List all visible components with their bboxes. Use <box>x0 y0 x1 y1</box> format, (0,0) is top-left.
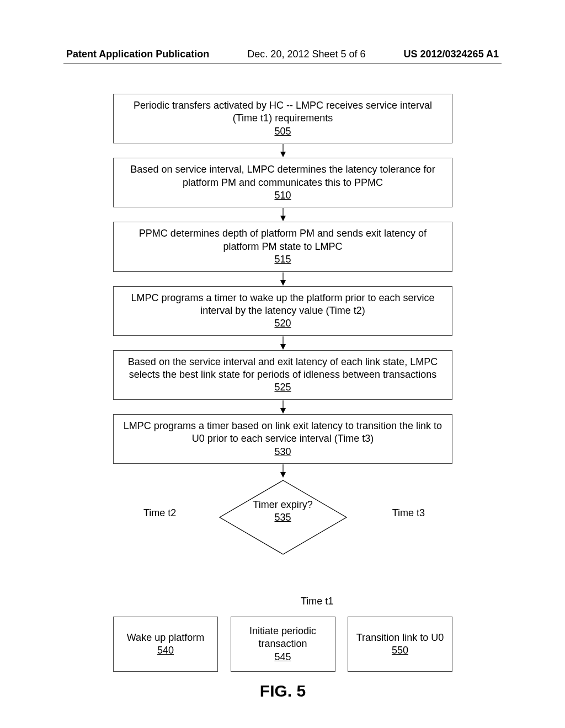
flow-box-530: LMPC programs a timer based on link exit… <box>113 414 452 464</box>
terminal-row: Wake up platform 540 Initiate periodic t… <box>113 617 452 672</box>
box-text: PPMC determines depth of platform PM and… <box>139 228 427 251</box>
box-text: LMPC programs a timer to wake up the pla… <box>131 292 434 316</box>
branch-connectors: Time t1 <box>113 561 452 617</box>
flow-box-540: Wake up platform 540 <box>113 617 218 672</box>
box-ref: 520 <box>274 318 291 329</box>
arrow-down-icon <box>113 208 452 221</box>
svg-marker-1 <box>280 152 286 157</box>
box-text: LMPC programs a timer based on link exit… <box>124 420 442 444</box>
decision-label: Timer expiry? <box>253 499 312 510</box>
arrow-down-icon <box>113 336 452 350</box>
svg-marker-9 <box>280 408 286 414</box>
box-ref: 505 <box>274 126 291 137</box>
svg-marker-7 <box>280 344 286 350</box>
box-ref: 515 <box>274 254 291 265</box>
flow-box-505: Periodic transfers activated by HC -- LM… <box>113 94 452 143</box>
page-header: Patent Application Publication Dec. 20, … <box>66 49 499 60</box>
header-right: US 2012/0324265 A1 <box>404 49 499 60</box>
svg-marker-11 <box>280 472 286 478</box>
flow-box-520: LMPC programs a timer to wake up the pla… <box>113 286 452 336</box>
flow-box-510: Based on service interval, LMPC determin… <box>113 158 452 207</box>
box-ref: 525 <box>274 382 291 393</box>
flow-box-525: Based on the service interval and exit l… <box>113 350 452 400</box>
figure-label: FIG. 5 <box>113 682 452 700</box>
box-text: Initiate periodic transaction <box>237 625 329 651</box>
box-text: Based on service interval, LMPC determin… <box>130 164 435 188</box>
flowchart: Periodic transfers activated by HC -- LM… <box>113 94 452 700</box>
arrow-down-icon <box>113 464 452 478</box>
box-text: Based on the service interval and exit l… <box>128 356 438 380</box>
box-ref: 545 <box>274 651 291 663</box>
svg-marker-3 <box>280 216 286 221</box>
arrow-down-icon <box>113 144 452 157</box>
header-mid: Dec. 20, 2012 Sheet 5 of 6 <box>247 49 365 60</box>
flow-box-545: Initiate periodic transaction 545 <box>231 617 335 672</box>
svg-marker-5 <box>280 280 286 286</box>
box-ref: 540 <box>157 644 174 657</box>
header-divider <box>63 63 502 64</box>
arrow-down-icon <box>113 400 452 414</box>
box-text: Wake up platform <box>127 631 204 644</box>
box-text: Transition link to U0 <box>356 631 444 644</box>
box-text: Periodic transfers activated by HC -- LM… <box>134 100 432 124</box>
box-ref: 550 <box>392 644 408 657</box>
flow-box-515: PPMC determines depth of platform PM and… <box>113 222 452 271</box>
edge-label-t1: Time t1 <box>301 596 333 607</box>
box-ref: 530 <box>274 446 291 457</box>
box-ref: 510 <box>274 190 291 201</box>
arrow-down-icon <box>113 272 452 286</box>
flow-box-550: Transition link to U0 550 <box>348 617 452 672</box>
header-left: Patent Application Publication <box>66 49 209 60</box>
